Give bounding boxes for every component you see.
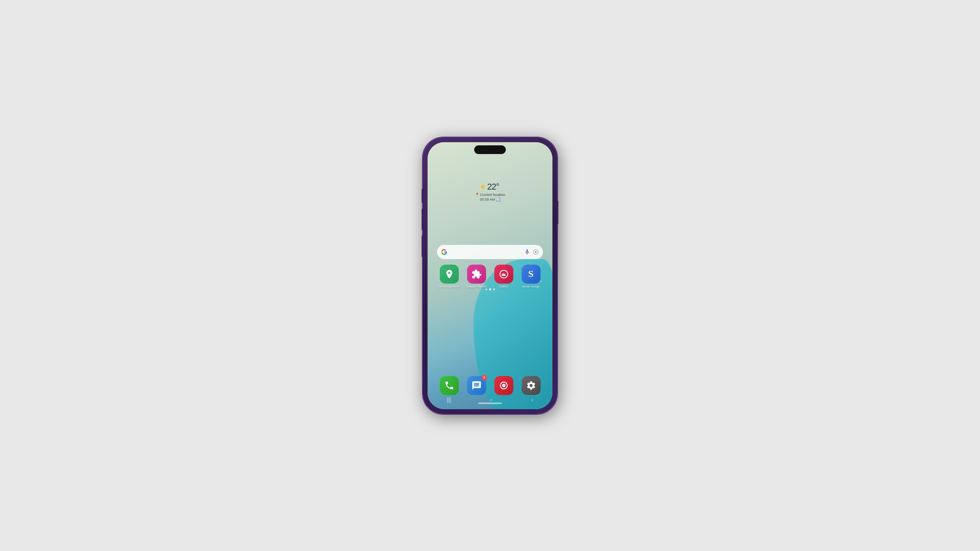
galaxy-themes-label: Galaxy Themes: [466, 285, 486, 288]
page-dot-1: [485, 288, 487, 290]
phone-container: 22° 📍 Current location 05:59 AM 🔄: [423, 137, 557, 414]
home-gesture-bar: [478, 402, 502, 404]
messages-badge: 5: [482, 375, 487, 380]
app-row-1: Samsung Health Galaxy Themes: [435, 265, 545, 288]
weather-location: 📍 Current location: [475, 193, 505, 197]
galaxy-themes-icon: [467, 265, 486, 284]
page-dot-2: [489, 288, 491, 290]
app-item-galaxy-themes[interactable]: Galaxy Themes: [464, 265, 489, 288]
phone-frame: 22° 📍 Current location 05:59 AM 🔄: [423, 137, 557, 414]
app-item-messages[interactable]: 5: [464, 376, 489, 395]
app-dock: 5: [428, 376, 552, 395]
app-grid: Samsung Health Galaxy Themes: [428, 265, 552, 291]
app-item-settings[interactable]: [519, 376, 543, 395]
smart-switch-icon: S: [522, 265, 541, 284]
power-button: [557, 201, 558, 224]
app-item-phone[interactable]: [437, 376, 462, 395]
smart-switch-label: Smart Switch: [522, 285, 539, 288]
weather-time: 05:59 AM 🔄: [480, 197, 500, 201]
lens-search-icon[interactable]: [533, 249, 539, 255]
samsung-health-label: Samsung Health: [438, 285, 460, 288]
bixby-button: [422, 235, 423, 257]
back-icon[interactable]: ‹: [531, 397, 533, 403]
gallery-icon: [494, 265, 513, 284]
app-item-screen-recorder[interactable]: [492, 376, 516, 395]
svg-point-1: [535, 251, 537, 253]
volume-down-button: [422, 209, 423, 230]
settings-app-icon: [522, 376, 541, 395]
app-item-samsung-health[interactable]: Samsung Health: [437, 265, 462, 288]
samsung-health-icon: [440, 265, 459, 284]
voice-search-icon[interactable]: [524, 249, 530, 255]
dynamic-island: [474, 145, 506, 154]
home-icon[interactable]: ○: [490, 397, 493, 403]
phone-app-icon: [440, 376, 459, 395]
weather-sun-icon: [481, 185, 485, 189]
weather-temperature: 22°: [487, 182, 499, 192]
svg-point-3: [502, 384, 505, 387]
app-item-smart-switch[interactable]: S Smart Switch: [519, 265, 543, 288]
messages-app-icon: 5: [467, 376, 486, 395]
page-dot-3: [493, 288, 495, 290]
gallery-label: Gallery: [499, 285, 509, 288]
page-indicator: [428, 288, 552, 290]
weather-widget[interactable]: 22° 📍 Current location 05:59 AM 🔄: [428, 182, 552, 201]
google-logo: [441, 249, 447, 255]
app-item-gallery[interactable]: Gallery: [492, 265, 516, 288]
google-search-bar[interactable]: [437, 245, 543, 259]
recent-apps-icon[interactable]: |||: [447, 397, 451, 403]
volume-up-button: [422, 189, 423, 203]
screen-recorder-icon: [494, 376, 513, 395]
navigation-bar: ||| ○ ‹: [428, 394, 552, 405]
phone-screen: 22° 📍 Current location 05:59 AM 🔄: [428, 142, 552, 409]
